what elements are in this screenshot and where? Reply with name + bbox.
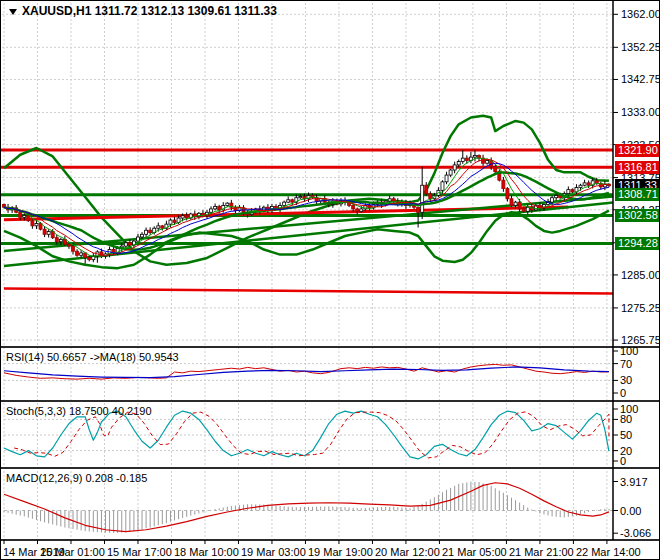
price-tick-label: 1342.75 bbox=[621, 73, 660, 85]
macd-indicator-label: MACD(12,26,9) 0.208 -0.185 bbox=[6, 472, 147, 484]
rsi-scale-label: 70 bbox=[620, 358, 632, 370]
rsi-layer bbox=[4, 364, 609, 379]
bands-layer bbox=[4, 116, 609, 268]
stoch-scale-label: 0 bbox=[620, 455, 626, 467]
price-line-label: 1316.81 bbox=[615, 161, 660, 174]
price-tick-label: 1285.00 bbox=[621, 269, 660, 281]
time-axis-label: 21 Mar 21:00 bbox=[509, 546, 574, 558]
rsi-scale-label: 0 bbox=[620, 387, 626, 399]
price-tick-label: 1333.00 bbox=[621, 106, 660, 118]
time-axis-label: 15 Mar 17:00 bbox=[107, 546, 172, 558]
frame-layer bbox=[1, 1, 660, 544]
macd-scale-label: 3.917 bbox=[620, 476, 648, 488]
stoch-scale-label: 50 bbox=[620, 429, 632, 441]
macd-scale-label: 0.00 bbox=[620, 505, 641, 517]
price-line-label: 1308.71 bbox=[615, 188, 660, 201]
rsi-scale-label: 30 bbox=[620, 374, 632, 386]
price-tick-label: 1352.25 bbox=[621, 41, 660, 53]
grid-layer bbox=[2, 3, 613, 540]
chart-window: XAUUSD,H1 1311.72 1312.13 1309.61 1311.3… bbox=[0, 0, 660, 560]
stoch-scale-label: 80 bbox=[620, 413, 632, 425]
rsi-scale-label: 100 bbox=[620, 345, 638, 357]
macd-scale-label: -3.066 bbox=[620, 527, 651, 539]
price-line-label: 1321.90 bbox=[615, 144, 660, 157]
time-axis-label: 19 Mar 03:00 bbox=[241, 546, 306, 558]
time-axis-label: 20 Mar 12:00 bbox=[375, 546, 440, 558]
macd-layer bbox=[4, 482, 609, 533]
time-axis-label: 22 Mar 14:00 bbox=[576, 546, 641, 558]
symbol-dropdown-icon[interactable] bbox=[9, 9, 17, 15]
rsi-indicator-label: RSI(14) 50.6657 ->MA(18) 50.9543 bbox=[6, 351, 179, 363]
time-axis-label: 18 Mar 10:00 bbox=[174, 546, 239, 558]
time-axis-label: 19 Mar 19:00 bbox=[308, 546, 373, 558]
time-axis-label: 21 Mar 05:00 bbox=[442, 546, 507, 558]
price-line-label: 1302.58 bbox=[615, 209, 660, 222]
stoch-layer bbox=[4, 411, 609, 459]
price-tick-label: 1362.00 bbox=[621, 8, 660, 20]
symbol-quote-title: XAUUSD,H1 1311.72 1312.13 1309.61 1311.3… bbox=[22, 4, 277, 18]
price-line-label: 1294.28 bbox=[615, 237, 660, 250]
stoch-indicator-label: Stoch(5,3,3) 18.7500 40.2190 bbox=[6, 405, 152, 417]
price-tick-label: 1275.25 bbox=[621, 302, 660, 314]
time-axis-label: 15 Mar 01:00 bbox=[40, 546, 105, 558]
